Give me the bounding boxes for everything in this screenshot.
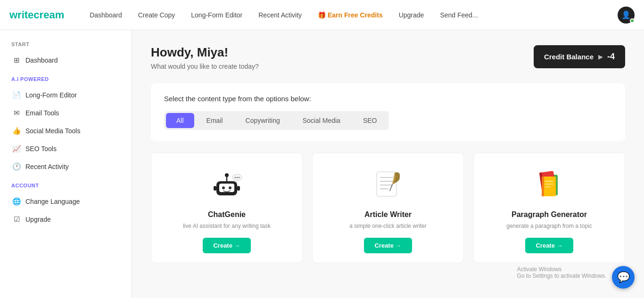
svg-point-5 (225, 173, 229, 177)
svg-point-3 (229, 186, 231, 189)
article-writer-desc: a simple one-click article writer (349, 222, 426, 230)
svg-rect-10 (214, 186, 216, 191)
chat-widget-button[interactable]: 💬 (612, 266, 635, 289)
sidebar-recent-activity-label: Recent Activity (25, 163, 69, 170)
nav-dashboard[interactable]: Dashboard (83, 8, 129, 23)
tool-card-paragraph-generator: Paragraph Generator generate a paragraph… (473, 153, 625, 263)
nav-upgrade[interactable]: Upgrade (392, 8, 431, 23)
logo[interactable]: writecream (9, 9, 64, 21)
paragraph-generator-desc: generate a paragraph from a topic (506, 222, 592, 230)
chatgenie-create-button[interactable]: Create → (203, 238, 250, 253)
svg-point-7 (235, 177, 236, 178)
tools-grid: ChatGenie live AI assistant for any writ… (151, 153, 625, 263)
file-icon: 📄 (12, 91, 21, 99)
nav-send-feedback[interactable]: Send Feed... (433, 8, 484, 23)
sidebar-item-upgrade[interactable]: ☑ Upgrade (8, 211, 124, 228)
article-writer-icon-area (369, 166, 407, 204)
paragraph-generator-create-button[interactable]: Create → (525, 238, 573, 253)
article-writer-name: Article Writer (364, 210, 412, 219)
sidebar-social-media-label: Social Media Tools (25, 127, 80, 135)
online-dot (630, 18, 635, 23)
article-writer-icon (371, 168, 405, 202)
svg-rect-12 (377, 172, 396, 196)
user-avatar[interactable]: 👤 (618, 7, 635, 24)
gift-icon: 🎁 (318, 11, 326, 19)
article-writer-create-button[interactable]: Create → (364, 238, 412, 253)
main-header: Howdy, Miya! What would you like to crea… (151, 45, 625, 70)
sidebar-item-email-tools[interactable]: ✉ Email Tools (8, 105, 124, 121)
avatar-icon: 👤 (621, 10, 631, 19)
greeting-subtitle: What would you like to create today? (151, 63, 259, 70)
paragraph-generator-name: Paragraph Generator (512, 210, 587, 219)
top-navigation: writecream Dashboard Create Copy Long-Fo… (0, 0, 644, 30)
upgrade-icon: ☑ (12, 215, 21, 224)
sidebar-item-recent-activity[interactable]: 🕐 Recent Activity (8, 158, 124, 175)
nav-links: Dashboard Create Copy Long-Form Editor R… (83, 8, 618, 23)
sidebar-start-label: Start (8, 41, 124, 47)
filter-tab-email[interactable]: Email (196, 113, 233, 128)
sidebar-long-form-label: Long-Form Editor (25, 91, 77, 99)
svg-rect-11 (237, 186, 240, 191)
chat-widget-icon: 💬 (617, 271, 630, 283)
nav-earn-free-credits[interactable]: 🎁 Earn Free Credits (311, 8, 389, 23)
tool-card-article-writer: Article Writer a simple one-click articl… (312, 153, 464, 263)
sidebar-item-dashboard[interactable]: ⊞ Dashboard (8, 52, 124, 69)
sidebar-account-label: Account (8, 183, 124, 188)
svg-rect-1 (219, 184, 234, 192)
filter-tab-copywriting[interactable]: Copywriting (235, 113, 290, 128)
content-selector-box: Select the content type from the options… (151, 83, 625, 141)
credit-balance-label: Credit Balance (544, 53, 594, 61)
greeting-block: Howdy, Miya! What would you like to crea… (151, 45, 259, 70)
filter-tabs: All Email Copywriting Social Media SEO (164, 111, 389, 130)
sidebar-dashboard-label: Dashboard (25, 56, 58, 64)
credit-balance-arrow: ▶ (598, 54, 603, 60)
svg-point-8 (237, 177, 238, 178)
sidebar-item-long-form-editor[interactable]: 📄 Long-Form Editor (8, 87, 124, 104)
chatgenie-icon-area (208, 166, 246, 204)
filter-tab-all[interactable]: All (166, 113, 194, 128)
social-icon: 👍 (12, 127, 21, 135)
sidebar-change-language-label: Change Language (25, 198, 80, 205)
paragraph-generator-icon-area (530, 166, 568, 204)
chatgenie-desc: live AI assistant for any writing task (183, 222, 271, 230)
app-layout: Start ⊞ Dashboard A.I Powered 📄 Long-For… (0, 30, 644, 298)
main-content: Howdy, Miya! What would you like to crea… (132, 30, 644, 298)
sidebar-item-seo-tools[interactable]: 📈 SEO Tools (8, 140, 124, 157)
sidebar-upgrade-label: Upgrade (25, 216, 51, 223)
email-icon: ✉ (12, 109, 21, 117)
sidebar-email-tools-label: Email Tools (25, 109, 59, 117)
nav-create-copy[interactable]: Create Copy (132, 8, 182, 23)
credit-balance-button[interactable]: Credit Balance ▶ -4 (534, 45, 625, 68)
greeting-title: Howdy, Miya! (151, 45, 259, 60)
nav-long-form-editor[interactable]: Long-Form Editor (184, 8, 249, 23)
svg-point-2 (222, 186, 225, 189)
sidebar-item-change-language[interactable]: 🌐 Change Language (8, 193, 124, 210)
nav-recent-activity[interactable]: Recent Activity (252, 8, 308, 23)
dashboard-icon: ⊞ (12, 56, 21, 64)
seo-icon: 📈 (12, 145, 21, 153)
paragraph-generator-icon (532, 168, 566, 202)
chatgenie-name: ChatGenie (208, 210, 246, 219)
sidebar-item-social-media-tools[interactable]: 👍 Social Media Tools (8, 122, 124, 139)
globe-icon: 🌐 (12, 197, 21, 206)
content-type-label: Select the content type from the options… (164, 95, 612, 103)
tool-card-chatgenie: ChatGenie live AI assistant for any writ… (151, 153, 303, 263)
filter-tab-seo[interactable]: SEO (353, 113, 388, 128)
credit-balance-value: -4 (607, 52, 615, 62)
sidebar: Start ⊞ Dashboard A.I Powered 📄 Long-For… (0, 30, 132, 298)
chatgenie-icon (210, 168, 244, 202)
logo-teal: cream (33, 9, 64, 21)
sidebar-ai-label: A.I Powered (8, 76, 124, 82)
svg-rect-23 (542, 177, 544, 196)
logo-black: write (9, 9, 33, 21)
svg-point-9 (239, 177, 240, 178)
filter-tab-social-media[interactable]: Social Media (292, 113, 351, 128)
sidebar-seo-tools-label: SEO Tools (25, 145, 57, 153)
clock-icon: 🕐 (12, 162, 21, 171)
